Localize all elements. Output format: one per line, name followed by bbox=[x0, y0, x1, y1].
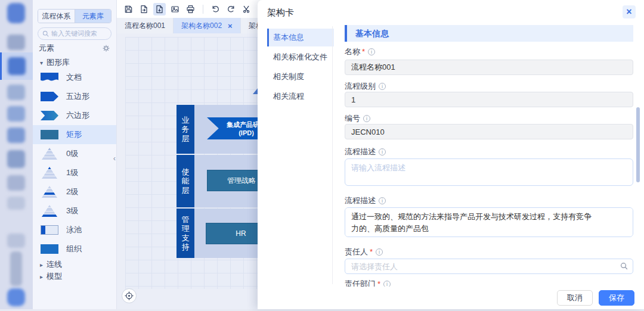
blurred-tool-icon[interactable] bbox=[10, 251, 22, 286]
blurred-tool-icon[interactable] bbox=[7, 35, 25, 50]
process-desc-field[interactable] bbox=[345, 207, 633, 237]
field-label-desc1: 流程描述 bbox=[345, 148, 633, 156]
basic-info-form: 基本信息 名称* 流程级别 编号 流程描述 流程描述 责任人* bbox=[345, 25, 633, 304]
shape-item[interactable]: 六边形 bbox=[33, 106, 116, 125]
group-collapsed[interactable]: ▸模型 bbox=[33, 270, 116, 282]
blurred-tool-icon[interactable] bbox=[7, 150, 25, 168]
owner-select-field[interactable] bbox=[345, 259, 633, 274]
search-input[interactable]: 输入关键词搜索 bbox=[38, 27, 112, 40]
chevron-right-icon: ▸ bbox=[40, 273, 43, 280]
cancel-button[interactable]: 取消 bbox=[557, 290, 593, 306]
lane-header-business[interactable]: 业务层 bbox=[177, 105, 194, 154]
shape-item[interactable]: 矩形 bbox=[33, 125, 116, 144]
shape-item[interactable]: 文档 bbox=[33, 68, 116, 87]
export-image-icon[interactable] bbox=[169, 3, 181, 15]
blurred-tool-icon[interactable] bbox=[7, 106, 25, 122]
lane-header-enabling[interactable]: 使能层 bbox=[177, 155, 194, 207]
document-shape-icon bbox=[41, 73, 58, 83]
crosshair-icon bbox=[125, 291, 134, 300]
element-library-panel: 流程体系元素库 输入关键词搜索 元素 ▾ 图形库 文档五边形六边形矩形0级1级2… bbox=[33, 0, 117, 309]
blurred-logo-icon[interactable] bbox=[7, 3, 25, 23]
chevron-down-icon: ▾ bbox=[40, 60, 43, 66]
shape-item-label: 3级 bbox=[66, 206, 78, 216]
shape-item[interactable]: 泳池 bbox=[33, 220, 116, 240]
new-file-icon[interactable] bbox=[153, 3, 166, 15]
architecture-card-modal: 架构卡 × 基本信息相关标准化文件相关制度相关流程 基本信息 名称* 流程级别 … bbox=[258, 0, 644, 309]
shape-item-label: 文档 bbox=[66, 72, 82, 83]
blurred-tool-icon[interactable] bbox=[7, 197, 25, 210]
export-file-icon[interactable] bbox=[138, 3, 150, 15]
document-tab[interactable]: 流程名称001 bbox=[117, 18, 174, 33]
document-tab[interactable]: 架构名称002× bbox=[174, 18, 241, 33]
close-tab-icon[interactable]: × bbox=[228, 21, 233, 30]
elements-title: 元素 bbox=[39, 43, 54, 54]
group-collapsed[interactable]: ▸连线 bbox=[33, 259, 116, 270]
panel-tab-process-system[interactable]: 流程体系 bbox=[38, 10, 75, 23]
blurred-tool-icon bbox=[8, 57, 26, 75]
lane-header-support[interactable]: 管理支持 bbox=[177, 209, 194, 258]
blurred-tool-icon[interactable] bbox=[7, 288, 25, 306]
shape-item-label: 1级 bbox=[66, 167, 78, 178]
shape-item-label: 组织 bbox=[66, 244, 82, 254]
undo-icon[interactable] bbox=[209, 3, 222, 15]
section-header: 基本信息 bbox=[345, 25, 633, 42]
modal-nav-item[interactable]: 相关流程 bbox=[267, 88, 334, 105]
left-icon-rail bbox=[0, 0, 33, 309]
close-icon[interactable]: × bbox=[623, 5, 636, 18]
shape-item-label: 0级 bbox=[66, 148, 78, 159]
group-shapes-library[interactable]: ▾ 图形库 bbox=[40, 57, 70, 68]
chevron-right-icon: ▸ bbox=[40, 262, 43, 268]
name-field[interactable] bbox=[345, 60, 633, 75]
modal-nav-item[interactable]: 相关标准化文件 bbox=[267, 48, 334, 66]
gear-icon[interactable] bbox=[102, 44, 110, 52]
shape-item[interactable]: 0级 bbox=[33, 144, 116, 163]
panel-collapse-icon[interactable]: ‹ bbox=[113, 154, 116, 163]
panel-tab-switcher: 流程体系元素库 bbox=[38, 9, 112, 23]
blurred-tool-icon[interactable] bbox=[7, 85, 25, 100]
blurred-tool-icon[interactable] bbox=[7, 175, 25, 191]
process-level-field[interactable] bbox=[345, 92, 633, 107]
pool-shape-icon bbox=[41, 225, 58, 235]
shape-item-label: 泳池 bbox=[66, 225, 82, 235]
pyramid-level0-icon bbox=[41, 148, 58, 160]
divider bbox=[332, 26, 333, 284]
shape-item[interactable]: 1级 bbox=[33, 163, 116, 182]
field-label-code: 编号 bbox=[345, 114, 633, 123]
collapsed-groups: ▸连线▸模型 bbox=[33, 259, 116, 282]
process-desc-empty-field[interactable] bbox=[345, 158, 633, 186]
document-tab-label: 架构名称002 bbox=[181, 21, 222, 31]
info-icon bbox=[379, 148, 386, 156]
code-field[interactable] bbox=[345, 124, 633, 139]
rail-selected-tool[interactable] bbox=[0, 52, 33, 80]
save-icon[interactable] bbox=[122, 3, 135, 15]
redo-icon[interactable] bbox=[225, 3, 237, 15]
toolbar-divider bbox=[203, 5, 203, 14]
modal-title: 架构卡 bbox=[267, 7, 294, 18]
print-icon[interactable] bbox=[184, 3, 197, 15]
shape-item-label: 矩形 bbox=[66, 129, 82, 140]
cut-icon[interactable] bbox=[240, 3, 253, 15]
panel-tab-element-library[interactable]: 元素库 bbox=[75, 10, 112, 23]
group-label: 连线 bbox=[47, 259, 62, 270]
modal-scrollbar[interactable] bbox=[636, 107, 640, 182]
modal-nav-item[interactable]: 基本信息 bbox=[267, 29, 334, 46]
shape-list: 文档五边形六边形矩形0级1级2级3级泳池组织 bbox=[33, 68, 116, 259]
field-label-desc2: 流程描述 bbox=[345, 197, 633, 205]
shape-item[interactable]: 3级 bbox=[33, 201, 116, 220]
app-root: 流程体系元素库 输入关键词搜索 元素 ▾ 图形库 文档五边形六边形矩形0级1级2… bbox=[0, 0, 644, 311]
blurred-tool-icon[interactable] bbox=[7, 127, 25, 143]
locate-center-button[interactable] bbox=[122, 288, 137, 303]
field-label-owner: 责任人* bbox=[345, 248, 633, 256]
shape-item-label: 五边形 bbox=[66, 91, 89, 102]
blurred-tool-icon[interactable] bbox=[7, 234, 25, 248]
shape-item[interactable]: 五边形 bbox=[33, 87, 116, 106]
modal-nav-item[interactable]: 相关制度 bbox=[267, 68, 334, 86]
info-icon bbox=[368, 48, 375, 55]
pyramid-level1-icon bbox=[41, 167, 58, 179]
shape-item[interactable]: 组织 bbox=[33, 240, 116, 259]
shape-item[interactable]: 2级 bbox=[33, 182, 116, 201]
pyramid-level2-icon bbox=[41, 186, 58, 198]
save-button[interactable]: 保存 bbox=[599, 290, 634, 306]
rectangle-shape-icon bbox=[41, 130, 58, 139]
org-shape-icon bbox=[41, 244, 58, 254]
